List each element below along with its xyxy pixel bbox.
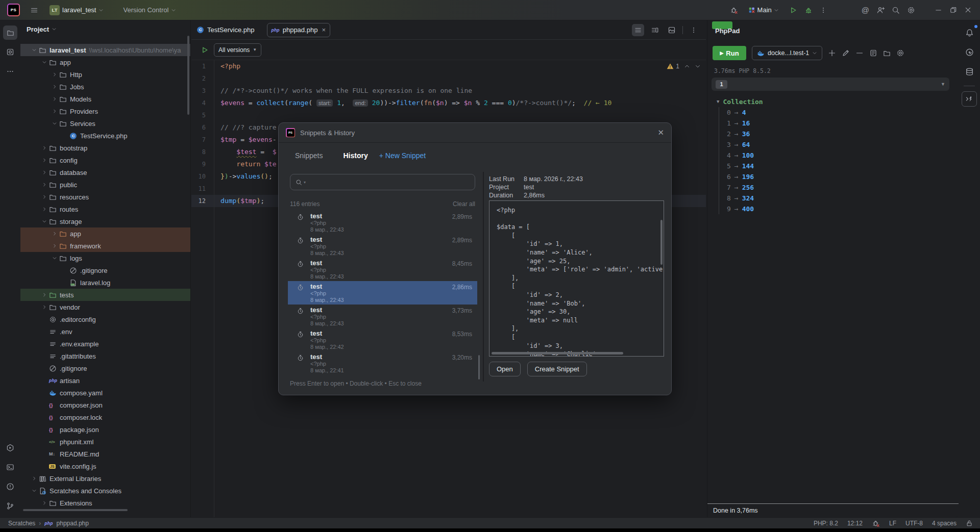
tree-item-package-json[interactable]: {}package.json	[20, 423, 190, 436]
collection-entry-9[interactable]: 9→400	[727, 204, 959, 214]
database-tool-button[interactable]	[962, 64, 976, 79]
run-configuration-widget[interactable]: Main	[745, 3, 782, 17]
phppad-env-dropdown[interactable]: docke...l.test-1	[752, 46, 822, 60]
tree-item-artisan[interactable]: phpartisan	[20, 374, 190, 387]
collection-entry-0[interactable]: 0→4	[727, 107, 959, 118]
close-tab-icon[interactable]: ×	[322, 26, 326, 34]
chevron-closed-icon[interactable]	[50, 84, 59, 89]
tree-item--gitignore[interactable]: .gitignore	[20, 362, 190, 374]
tree-item--env-example[interactable]: .env.example	[20, 338, 190, 350]
remove-icon[interactable]	[855, 49, 864, 57]
chevron-open-icon[interactable]	[50, 121, 59, 126]
chevron-open-icon[interactable]	[50, 256, 59, 261]
collection-entry-3[interactable]: 3→64	[727, 139, 959, 150]
tree-item-storage[interactable]: storage	[20, 215, 190, 227]
tree-item-resources[interactable]: resources	[20, 191, 190, 203]
search-everywhere-icon[interactable]	[892, 6, 900, 14]
phppad-run-button[interactable]: ▶ Run	[713, 46, 746, 60]
main-menu-button[interactable]	[27, 3, 41, 17]
tree-item-public[interactable]: public	[20, 179, 190, 191]
clear-all-button[interactable]: Clear all	[453, 200, 475, 208]
more-tools-button[interactable]	[3, 64, 17, 79]
collection-node[interactable]: ▼ Collection	[707, 96, 959, 107]
chevron-closed-icon[interactable]	[50, 72, 59, 77]
next-warning-icon[interactable]	[695, 63, 701, 69]
ai-assistant-icon[interactable]: @	[862, 6, 869, 14]
history-item-0[interactable]: test<?php8 мар., 22:432,89ms	[288, 211, 477, 234]
collection-entry-7[interactable]: 7→256	[727, 182, 959, 193]
versions-filter-dropdown[interactable]: All versions ▼	[214, 43, 261, 57]
tab-phppad[interactable]: php phppad.php ×	[267, 23, 330, 37]
code-with-me-icon[interactable]	[876, 6, 885, 14]
phppad-tool-button[interactable]	[962, 91, 977, 107]
chevron-open-icon[interactable]	[30, 488, 39, 493]
collection-entry-8[interactable]: 8→324	[727, 193, 959, 204]
profiler-icon[interactable]	[730, 6, 738, 14]
tree-item-external-libraries[interactable]: External Libraries	[20, 472, 190, 485]
tree-item-config[interactable]: config	[20, 154, 190, 166]
chevron-closed-icon[interactable]	[40, 207, 49, 212]
tree-item-app[interactable]: app	[20, 56, 190, 68]
tree-horizontal-scrollbar[interactable]	[23, 509, 128, 511]
tree-item-services[interactable]: Services	[20, 117, 190, 130]
add-icon[interactable]	[828, 49, 836, 57]
code-line-4[interactable]: 4$evens = collect(range( start: 1, end: …	[191, 97, 706, 109]
tree-item-database[interactable]: database	[20, 166, 190, 179]
tree-item--env[interactable]: .env	[20, 325, 190, 338]
code-line-2[interactable]: 2	[191, 72, 706, 85]
no-debug-icon[interactable]	[872, 519, 880, 527]
preview-button[interactable]	[666, 24, 678, 36]
open-button[interactable]: Open	[489, 362, 521, 376]
version-control-tool-button[interactable]	[3, 499, 17, 513]
phppad-result-tab[interactable]: 1 ▼	[712, 78, 949, 91]
tree-item-scratches-and-consoles[interactable]: Scratches and Consoles	[20, 485, 190, 497]
collection-entry-6[interactable]: 6→196	[727, 171, 959, 182]
tree-item-laravel-log[interactable]: LOGlaravel.log	[20, 276, 190, 289]
project-panel-header[interactable]: Project	[20, 20, 190, 38]
inspections-widget[interactable]: 1	[667, 63, 701, 70]
collection-entry-1[interactable]: 1→16	[727, 118, 959, 129]
tree-item-composer-lock[interactable]: {}composer.lock	[20, 411, 190, 423]
chevron-closed-icon[interactable]	[40, 158, 49, 163]
tree-item-jobs[interactable]: Jobs	[20, 81, 190, 93]
history-item-5[interactable]: test<?php8 мар., 22:428,53ms	[288, 328, 477, 351]
tree-item--gitignore[interactable]: .gitignore	[20, 264, 190, 276]
code-line-5[interactable]: 5	[191, 109, 706, 121]
chevron-closed-icon[interactable]	[40, 292, 49, 297]
code-line-1[interactable]: 1<?php	[191, 60, 706, 72]
project-tool-button[interactable]	[3, 26, 17, 40]
chevron-open-icon[interactable]	[40, 60, 49, 65]
services-tool-button[interactable]	[3, 441, 17, 455]
history-item-6[interactable]: test<?php8 мар., 22:413,20ms	[288, 351, 477, 375]
history-item-2[interactable]: test<?php8 мар., 22:438,45ms	[288, 258, 477, 281]
run-scratch-icon[interactable]	[201, 46, 209, 54]
preview-horizontal-scrollbar[interactable]	[492, 352, 623, 354]
chevron-closed-icon[interactable]	[50, 231, 59, 236]
lock-icon[interactable]	[966, 520, 973, 527]
close-button[interactable]	[964, 6, 972, 14]
chevron-open-icon[interactable]	[40, 219, 49, 224]
phppad-settings-icon[interactable]	[896, 49, 904, 57]
tree-item--gitattributes[interactable]: .gitattributes	[20, 350, 190, 362]
indent-widget[interactable]: 4 spaces	[932, 520, 957, 527]
tree-item-app[interactable]: app	[20, 227, 190, 240]
dialog-header[interactable]: PS Snippets & History ✕	[279, 123, 671, 143]
editor-more-button[interactable]	[688, 24, 700, 36]
breadcrumb-file[interactable]: phppad.php	[57, 520, 89, 527]
chevron-open-icon[interactable]	[30, 47, 39, 53]
line-ending-widget[interactable]: LF	[889, 520, 896, 527]
tree-item-vite-config-js[interactable]: JSvite.config.js	[20, 460, 190, 472]
tab-snippets[interactable]: Snippets	[295, 151, 323, 160]
breadcrumb-scratches[interactable]: Scratches	[8, 520, 35, 527]
code-line-3[interactable]: 3// /*?->count()*/ works when the FULL e…	[191, 85, 706, 97]
tab-testservice[interactable]: C TestService.php	[191, 20, 260, 40]
view-list-button[interactable]	[632, 24, 644, 36]
snippet-preview[interactable]: <?php $data = [ [ 'id' => 1, 'name' => '…	[489, 200, 664, 357]
chevron-closed-icon[interactable]	[40, 194, 49, 199]
snippets-icon[interactable]	[869, 49, 877, 57]
chevron-closed-icon[interactable]	[50, 243, 59, 248]
commit-tool-button[interactable]	[3, 45, 17, 59]
debug-button[interactable]	[804, 6, 813, 14]
create-snippet-button[interactable]: Create Snippet	[527, 362, 587, 376]
encoding-widget[interactable]: UTF-8	[905, 520, 923, 527]
